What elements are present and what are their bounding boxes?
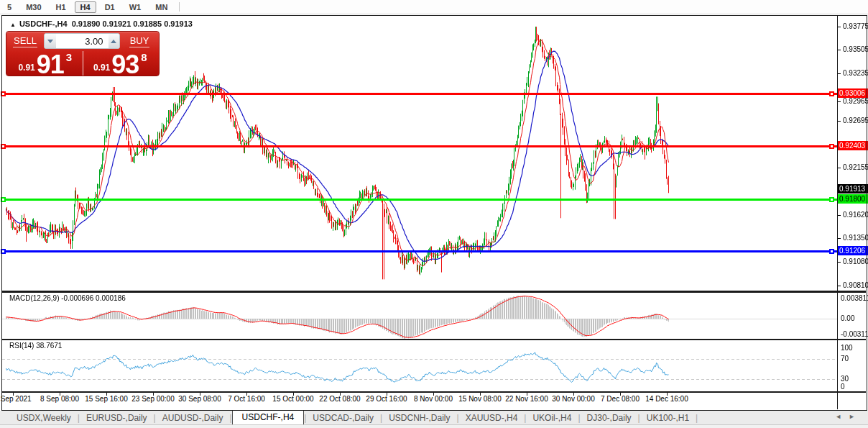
buy-button[interactable]: BUY [122,33,157,49]
timeframe-button-h4[interactable]: H4 [75,1,96,13]
price-tick-label: 0.91080 [843,258,868,265]
price-tick-label: 0.90810 [843,281,868,289]
level-line-handle[interactable] [1,144,6,149]
price-tick-label: 0.93505 [843,45,868,53]
price-badge-0.91206: 0.91206 [838,246,868,255]
mt4-window: 5M30H1H4D1W1MN ▲USDCHF-,H4 0.91890 0.919… [0,0,868,428]
price-badge-0.92403: 0.92403 [838,141,868,150]
price-tick-mark [838,73,841,74]
chart-tab-usdx-weekly[interactable]: USDX,Weekly [10,412,78,424]
time-tick-label: 15 Oct 00:00 [272,395,313,403]
chart-tab-bar: USDX,Weekly|EURUSD-,Daily|AUDUSD-,Daily|… [0,411,868,424]
level-line-0.92403[interactable] [2,145,837,147]
indicator-axis-label: 0.00 [841,314,854,322]
time-tick-label: 23 Sep 00:00 [131,395,175,403]
sell-button-label: SELL [13,35,37,47]
time-tick-label: 22 Nov 16:00 [505,395,548,403]
chart-tab-usdcad-daily[interactable]: USDCAD-,Daily [306,412,380,424]
price-tick-mark [838,121,841,122]
status-bar [0,424,868,428]
collapse-trade-panel-icon[interactable]: ▲ [10,22,16,28]
indicator-axis-label: -0.003115 [841,330,868,338]
price-tick-label: 0.93235 [843,69,868,77]
price-divider [83,51,83,76]
macd-label: MACD(12,26,9) -0.000696 0.000186 [9,294,126,302]
time-tick-label: 14 Dec 16:00 [645,395,688,403]
panel-divider-main-macd[interactable] [2,291,866,293]
toolbar-separator [179,2,180,12]
time-tick-label: 29 Oct 16:00 [366,395,407,403]
buy-price-big: 93 [111,53,139,76]
tab-separator: | [696,413,698,423]
chart-tab-dj30-daily[interactable]: DJ30-,Daily [581,412,638,424]
macd-panel-canvas[interactable] [2,293,837,339]
price-tick-label: 0.93775 [843,22,868,30]
chart-ohlc-values: 0.91890 0.91921 0.91885 0.91913 [72,19,193,28]
sell-price-prefix: 0.91 [18,63,34,73]
timeframe-button-m30[interactable]: M30 [20,1,47,13]
tab-scroll-left-icon[interactable]: ◄ [835,413,849,420]
sell-button[interactable]: SELL [9,33,42,49]
buy-price-button[interactable]: 0.91 93 8 [84,50,157,76]
time-tick-label: 30 Nov 00:00 [552,395,595,403]
indicator-axis-label: 70 [841,355,849,363]
level-line-handle[interactable] [829,91,834,96]
chart-tab-ukoil-h4[interactable]: UKOil-,H4 [526,412,578,424]
price-tick-mark [838,168,841,168]
time-tick-label: 8 Nov 00:00 [414,395,453,403]
time-tick-label: 30 Sep 08:00 [178,395,221,403]
level-line-0.91800[interactable] [2,199,837,201]
level-line-handle[interactable] [1,249,6,254]
price-badge-0.91800: 0.91800 [838,194,868,204]
level-line-handle[interactable] [829,144,834,149]
rsi-panel-canvas[interactable] [2,340,837,391]
chart-tab-eurusd-daily[interactable]: EURUSD-,Daily [80,412,154,424]
chart-tab-usdchf-h4[interactable]: USDCHF-,H4 [232,410,305,424]
time-tick-label: 15 Sep 16:00 [85,395,128,403]
price-tick-label: 0.92695 [843,117,868,124]
buy-price-pip: 8 [141,51,147,63]
buy-price-prefix: 0.91 [93,63,110,73]
timeframe-button-5[interactable]: 5 [1,1,17,13]
rsi-label: RSI(14) 38.7671 [9,342,62,350]
price-tick-mark [838,27,841,27]
price-tick-mark [838,262,841,263]
one-click-trading-panel: SELL BUY 0.91 91 3 0.91 93 8 [6,31,160,76]
level-line-handle[interactable] [829,249,834,254]
chart-symbol: USDCHF-,H4 [19,19,68,28]
price-badge-0.93006: 0.93006 [838,88,868,98]
volume-decrease-button[interactable] [45,34,56,48]
volume-increase-button[interactable] [108,34,120,48]
indicator-axis-label: 0 [841,383,845,391]
level-line-handle[interactable] [829,197,834,202]
time-tick-label: 1 Sep 2021 [0,395,32,403]
price-tick-label: 0.92965 [843,97,868,105]
chart-tab-xauusd-h4[interactable]: XAUUSD-,H4 [459,412,525,424]
sell-price-button[interactable]: 0.91 91 3 [9,50,82,76]
sell-price-big: 91 [37,53,64,76]
price-tick-mark [838,215,841,216]
volume-input[interactable] [56,34,108,48]
level-line-handle[interactable] [1,197,6,202]
chart-title: ▲USDCHF-,H4 0.91890 0.91921 0.91885 0.91… [10,19,193,28]
level-line-handle[interactable] [1,91,6,96]
timeframe-button-mn[interactable]: MN [149,1,173,13]
price-tick-mark [838,101,841,102]
panel-divider-macd-rsi[interactable] [2,339,866,340]
chart-tab-audusd-daily[interactable]: AUDUSD-,Daily [156,412,230,424]
price-axis-border [837,16,838,409]
time-tick-label: 15 Nov 08:00 [458,395,502,403]
level-line-0.93006[interactable] [2,93,837,95]
panel-divider-rsi-time [2,391,866,393]
chart-tab-usdcnh-daily[interactable]: USDCNH-,Daily [382,412,456,424]
volume-stepper [44,33,120,49]
timeframe-button-d1[interactable]: D1 [99,1,121,13]
price-tick-mark [838,238,841,239]
timeframe-button-h1[interactable]: H1 [50,1,72,13]
level-line-0.91206[interactable] [2,250,837,252]
chart-tab-uk100-h1[interactable]: UK100-,H1 [640,412,696,424]
sell-price-pip: 3 [66,51,72,63]
tab-scroll-right-icon[interactable]: ► [849,413,862,420]
price-tick-mark [838,50,841,50]
timeframe-button-w1[interactable]: W1 [124,1,147,13]
